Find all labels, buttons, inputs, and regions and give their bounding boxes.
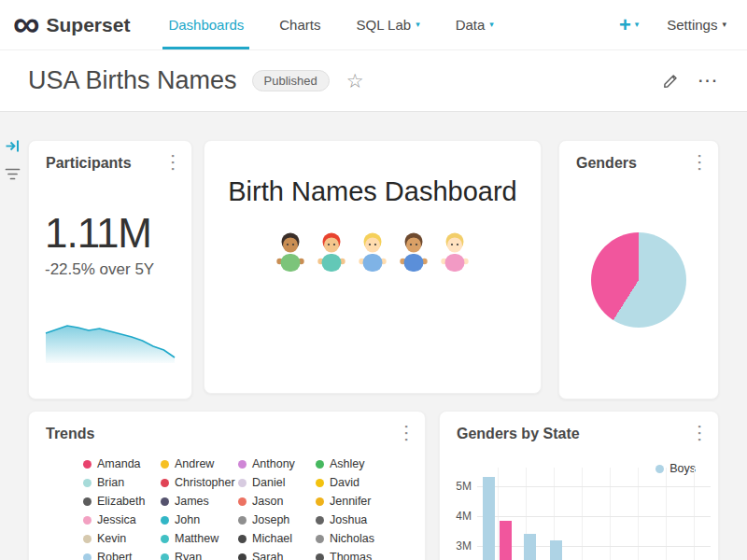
card-title: Participants [46,155,132,172]
trends-legend-item-ashley[interactable]: Ashley [316,455,393,473]
caret-down-icon: ▾ [416,21,420,29]
nav-item-dashboards[interactable]: Dashboards [150,0,261,49]
navbar-right: + ▾ Settings ▾ [619,0,734,49]
legend-label: Elizabeth [97,495,145,508]
legend-label: Ryan [175,551,202,560]
legend-dot [316,460,324,469]
trends-legend-item-ryan[interactable]: Ryan [161,548,238,560]
card-title: Trends [46,426,94,442]
legend-label: Jason [252,495,283,508]
trends-legend-item-daniel[interactable]: Daniel [238,473,316,492]
expand-filter-bar-icon[interactable] [5,138,21,154]
legend-dot [83,516,92,525]
legend-dot [161,535,169,543]
add-new-button[interactable]: + ▾ [619,15,639,35]
nav-item-data[interactable]: Data▾ [438,0,512,49]
legend-label: John [175,513,200,526]
trends-legend-item-michael[interactable]: Michael [238,529,316,548]
filter-list-icon[interactable] [5,167,21,181]
genders-pie-chart [591,232,686,328]
top-navbar: ∞ Superset DashboardsChartsSQL Lab▾Data▾… [0,0,747,50]
legend-label: Kevin [97,532,126,545]
trends-legend-item-david[interactable]: David [316,473,393,492]
trends-legend-item-joseph[interactable]: Joseph [238,511,316,529]
published-badge[interactable]: Published [252,70,330,91]
gbs-bar-chart [477,468,711,560]
legend-dot [161,497,169,506]
card-title: Genders [576,155,637,172]
legend-dot [316,479,324,487]
legend-label: Robert [97,551,133,560]
big-number-value: 1.11M [45,210,191,257]
trends-legend-item-jennifer[interactable]: Jennifer [316,492,393,511]
trends-legend-item-nicholas[interactable]: Nicholas [316,529,393,548]
y-axis-tick: 4M [445,510,472,523]
nav-item-charts[interactable]: Charts [261,0,338,49]
caret-down-icon: ▾ [722,21,726,29]
card-participants: Participants ··· 1.11M -22.5% over 5Y [28,140,192,399]
kebab-menu-icon[interactable]: ··· [690,425,709,443]
legend-label: Ashley [330,457,365,470]
legend-label: Michael [252,532,292,545]
trends-legend-item-james[interactable]: James [161,492,238,511]
trends-legend-item-kevin[interactable]: Kevin [83,529,161,548]
legend-dot [161,479,169,487]
trends-legend-item-amanda[interactable]: Amanda [83,455,161,473]
nav-item-label: Data [456,17,486,33]
card-header: Genders ··· [559,141,718,173]
legend-label: Brian [97,476,124,489]
nav-item-label: Charts [279,17,320,33]
nav-item-sql-lab[interactable]: SQL Lab▾ [338,0,437,49]
legend-dot [238,535,247,543]
kebab-menu-icon[interactable]: ··· [690,154,709,173]
legend-dot [316,553,324,560]
legend-dot [83,553,92,560]
legend-label: Thomas [330,551,372,560]
legend-label: Christopher [175,476,235,489]
dashboard-body: Participants ··· 1.11M -22.5% over 5Y Bi… [0,112,747,560]
nav-item-label: SQL Lab [356,17,411,33]
legend-dot [238,553,247,560]
child-figure-icon [438,231,472,273]
legend-label: Anthony [252,457,295,470]
trends-legend-item-thomas[interactable]: Thomas [316,548,393,560]
legend-label: Nicholas [330,532,374,545]
legend-dot [83,535,92,543]
trends-legend-item-john[interactable]: John [161,511,238,529]
trends-legend-item-brian[interactable]: Brian [83,473,161,492]
trends-legend-item-christopher[interactable]: Christopher [161,473,238,492]
kebab-menu-icon[interactable]: ··· [163,154,182,173]
trends-legend-item-anthony[interactable]: Anthony [238,455,316,473]
settings-menu[interactable]: Settings ▾ [667,17,726,33]
superset-logo[interactable]: ∞ Superset [13,0,130,49]
child-figure-icon [356,231,389,273]
kebab-menu-icon[interactable]: ··· [397,425,416,443]
trends-legend-item-robert[interactable]: Robert [83,548,161,560]
trends-legend-item-elizabeth[interactable]: Elizabeth [83,492,161,511]
card-markdown: Birth Names Dashboard [204,140,542,394]
legend-dot [83,479,92,487]
legend-label: Andrew [175,457,214,470]
main-nav: DashboardsChartsSQL Lab▾Data▾ [150,0,511,49]
edit-icon[interactable] [662,72,680,90]
child-figure-icon [315,231,348,273]
trends-legend-item-sarah[interactable]: Sarah [238,548,316,560]
plus-icon: + [619,15,631,35]
children-illustration-row [204,231,541,273]
trends-legend-item-jessica[interactable]: Jessica [83,511,161,529]
legend-label: Amanda [97,457,141,470]
header-actions: ··· [662,72,719,90]
trends-legend-item-andrew[interactable]: Andrew [161,455,238,473]
legend-dot [316,535,324,543]
filter-rail [5,138,21,181]
trends-legend-item-jason[interactable]: Jason [238,492,316,511]
trends-legend-item-matthew[interactable]: Matthew [161,529,238,548]
legend-label: Matthew [175,532,218,545]
y-axis: 5M4M3M [445,468,472,560]
trends-legend-item-joshua[interactable]: Joshua [316,511,393,529]
brand-name: Superset [47,14,131,36]
nav-item-label: Dashboards [168,17,244,33]
favorite-star-icon[interactable]: ☆ [346,70,364,92]
legend-dot [238,516,247,525]
more-actions-icon[interactable]: ··· [698,73,719,90]
